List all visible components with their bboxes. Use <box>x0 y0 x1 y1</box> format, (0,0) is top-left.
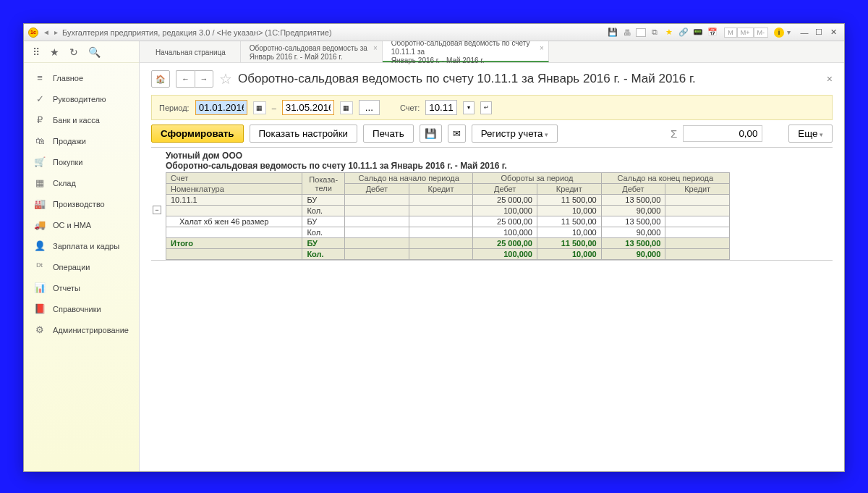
sidebar-item-label: Зарплата и кадры <box>53 242 119 250</box>
sidebar-item-7[interactable]: 🚚ОС и НМА <box>24 214 139 235</box>
sidebar: ≡Главное✓Руководителю₽Банк и касса🛍Прода… <box>24 63 139 345</box>
tab-close-icon[interactable]: × <box>540 44 544 53</box>
tab-line2: Январь 2016 г. - Май 2016 г. <box>250 53 367 62</box>
action-bar: Сформировать Показать настройки Печать 💾… <box>151 125 833 143</box>
sidebar-item-label: Склад <box>53 179 76 187</box>
register-button[interactable]: Регистр учета <box>472 125 558 143</box>
period-more-button[interactable]: ... <box>359 100 380 115</box>
favorites-icon[interactable]: ★ <box>50 46 59 58</box>
email-button[interactable]: ✉ <box>448 125 466 143</box>
app-window: 1c ◄ ▸ Бухгалтерия предприятия, редакция… <box>23 23 845 472</box>
nav-back-button[interactable]: ← <box>176 70 195 88</box>
sidebar-item-3[interactable]: 🛍Продажи <box>24 130 139 151</box>
sidebar-item-4[interactable]: 🛒Покупки <box>24 151 139 172</box>
sidebar-item-10[interactable]: 📊Отчеты <box>24 277 139 298</box>
save-icon[interactable]: 💾 <box>607 27 618 38</box>
date-from-input[interactable] <box>195 100 247 115</box>
compare-icon[interactable]: ⧉ <box>649 27 660 38</box>
tab-1[interactable]: Оборотно-сальдовая ведомость заЯнварь 20… <box>241 41 383 62</box>
account-dropdown-button[interactable]: ▾ <box>463 101 475 114</box>
sidebar-item-9[interactable]: ᴰᵗОперации <box>24 256 139 277</box>
sidebar-item-11[interactable]: 📕Справочники <box>24 298 139 319</box>
page-star-icon[interactable]: ☆ <box>219 70 232 88</box>
calc-icon[interactable]: 📟 <box>692 27 704 38</box>
info-icon[interactable]: i <box>774 28 784 38</box>
form-button[interactable]: Сформировать <box>151 125 244 143</box>
doc-icon[interactable] <box>636 28 646 37</box>
history-fwd-icon[interactable]: ▸ <box>54 28 58 36</box>
show-settings-button[interactable]: Показать настройки <box>250 125 357 143</box>
sidebar-icon: 📊 <box>34 282 46 293</box>
more-actions-button[interactable]: Еще <box>788 125 833 143</box>
tab-line2: Январь 2016 г. - Май 2016 г. <box>391 56 534 65</box>
report-table: СчетПоказа- телиСальдо на начало периода… <box>166 172 730 260</box>
fav-star-icon[interactable]: ★ <box>663 27 675 38</box>
tab-0[interactable]: Начальная страница <box>147 41 241 62</box>
zoom-reset-button[interactable]: M <box>724 28 737 38</box>
sidebar-item-6[interactable]: 🏭Производство <box>24 193 139 214</box>
date-to-picker-button[interactable]: ▦ <box>340 101 353 114</box>
report-area: − Уютный дом ООО Оборотно-сальдовая ведо… <box>151 147 833 261</box>
content-area: 🏠 ← → ☆ Оборотно-сальдовая ведомость по … <box>140 63 844 471</box>
page-title: Оборотно-сальдовая ведомость по счету 10… <box>238 72 821 86</box>
info-dd-icon[interactable]: ▾ <box>787 28 791 36</box>
sidebar-icon: ✓ <box>34 93 46 104</box>
table-row[interactable]: Кол.100,00010,00090,000 <box>166 206 730 216</box>
sidebar-item-2[interactable]: ₽Банк и касса <box>24 109 139 130</box>
date-from-picker-button[interactable]: ▦ <box>253 101 266 114</box>
collapse-icon[interactable]: − <box>153 206 161 214</box>
sidebar-item-0[interactable]: ≡Главное <box>24 67 139 88</box>
sidebar-icon: 📕 <box>34 303 46 314</box>
history-back-icon[interactable]: ◄ <box>43 28 50 36</box>
sigma-icon: Σ <box>671 127 677 140</box>
close-button[interactable]: ✕ <box>827 28 840 38</box>
sidebar-item-label: ОС и НМА <box>53 221 91 229</box>
account-label: Счет: <box>400 104 420 112</box>
sidebar-item-12[interactable]: ⚙Администрирование <box>24 319 139 340</box>
sidebar-icon: ▦ <box>34 177 46 188</box>
table-row[interactable]: 10.11.1БУ25 000,0011 500,0013 500,00 <box>166 195 730 206</box>
sidebar-item-label: Покупки <box>53 158 82 167</box>
sidebar-item-1[interactable]: ✓Руководителю <box>24 88 139 109</box>
apps-icon[interactable]: ⠿ <box>33 46 40 58</box>
sidebar-item-5[interactable]: ▦Склад <box>24 172 139 193</box>
sidebar-item-label: Продажи <box>53 137 86 146</box>
table-row[interactable]: Халат хб жен 46 размерБУ25 000,0011 500,… <box>166 216 730 227</box>
table-total-row: Кол.100,00010,00090,000 <box>166 249 730 260</box>
save-report-button[interactable]: 💾 <box>420 125 442 143</box>
sidebar-icon: ≡ <box>34 72 46 83</box>
home-button[interactable]: 🏠 <box>151 70 170 88</box>
print-icon[interactable]: 🖶 <box>621 27 633 38</box>
table-row[interactable]: Кол.100,00010,00090,000 <box>166 227 730 238</box>
calendar-icon[interactable]: 📅 <box>707 27 718 38</box>
page-close-button[interactable]: × <box>827 73 833 85</box>
tab-line1: Начальная страница <box>156 49 226 57</box>
tab-close-icon[interactable]: × <box>373 44 378 53</box>
sidebar-item-label: Отчеты <box>53 284 80 292</box>
sidebar-item-label: Руководителю <box>53 95 106 104</box>
sidebar-item-label: Администрирование <box>53 326 129 334</box>
zoom-in-button[interactable]: M+ <box>737 28 754 38</box>
titlebar: 1c ◄ ▸ Бухгалтерия предприятия, редакция… <box>24 24 844 41</box>
search-icon[interactable]: 🔍 <box>88 46 101 58</box>
nav-fwd-button[interactable]: → <box>195 70 213 88</box>
minimize-button[interactable]: — <box>798 28 811 38</box>
tab-2[interactable]: Оборотно-сальдовая ведомость по счету 10… <box>383 41 549 62</box>
sidebar-icon: ᴰᵗ <box>34 261 46 272</box>
sidebar-item-8[interactable]: 👤Зарплата и кадры <box>24 235 139 256</box>
date-to-input[interactable] <box>282 100 334 115</box>
tab-line1: Оборотно-сальдовая ведомость за <box>250 44 367 53</box>
zoom-out-button[interactable]: M- <box>754 28 769 38</box>
sum-input[interactable] <box>683 125 762 142</box>
sidebar-icon: 🏭 <box>34 198 46 209</box>
report-title: Оборотно-сальдовая ведомость по счету 10… <box>166 161 833 171</box>
print-button[interactable]: Печать <box>363 125 414 143</box>
account-open-button[interactable]: ↵ <box>480 101 492 114</box>
history-icon[interactable]: ↻ <box>69 46 78 58</box>
maximize-button[interactable]: ☐ <box>812 28 825 38</box>
period-dash: – <box>272 104 276 112</box>
sidebar-icon: ⚙ <box>34 324 46 335</box>
link-icon[interactable]: 🔗 <box>678 27 689 38</box>
account-input[interactable] <box>425 100 457 115</box>
sidebar-icon: 🛍 <box>34 135 46 146</box>
